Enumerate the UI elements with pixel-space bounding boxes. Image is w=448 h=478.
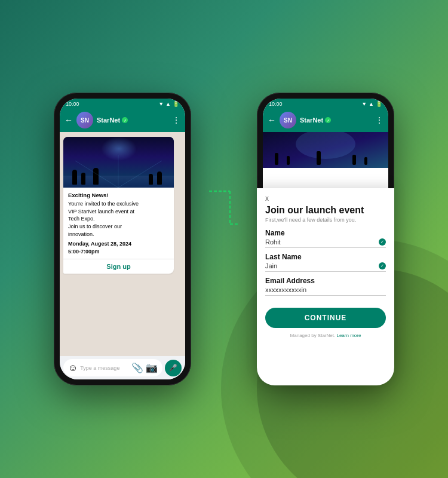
contact-name-left: StarNet ✓ <box>97 117 168 124</box>
lastname-label: Last Name <box>265 253 386 261</box>
connector-svg <box>209 179 239 227</box>
avatar-left: SN <box>76 112 93 128</box>
svg-rect-10 <box>317 151 321 165</box>
scene-bg <box>63 137 174 188</box>
phones-container: 10:00 ▼ ▲ 🔋 ← SN StarNet ✓ ⋮ <box>54 93 394 385</box>
svg-line-1 <box>118 161 162 188</box>
lastname-input-row: Jain ✓ <box>265 262 386 272</box>
name-value[interactable]: Rohit <box>265 238 379 246</box>
chat-area-left: Exciting News! You're invited to the exc… <box>60 132 185 356</box>
wa-input-area[interactable]: ☺ Type a message 📎 📷 <box>63 359 162 376</box>
attach-icon: 📎 <box>131 362 143 373</box>
bubble-date: Monday, Augest 28, 2024 5:00-7:00pm <box>68 240 169 255</box>
back-button-left[interactable]: ← <box>65 115 73 125</box>
email-value[interactable]: xxxxxxxxxxxin <box>265 286 386 293</box>
sign-up-button[interactable]: Sign up <box>63 259 174 274</box>
form-overlay: x Join our launch event First,we'll need… <box>263 188 388 379</box>
wa-header-left: ← SN StarNet ✓ ⋮ <box>60 108 185 132</box>
battery-icon-r: 🔋 <box>376 101 382 107</box>
bubble-text: Exciting News! You're invited to the exc… <box>63 188 174 259</box>
verified-badge-left: ✓ <box>122 117 128 123</box>
form-title: Join our launch event <box>265 205 386 216</box>
svg-line-0 <box>75 161 118 188</box>
contact-name-right: StarNet ✓ <box>300 117 372 124</box>
form-footer: Managed by StarNet. Learn more <box>265 333 386 338</box>
partial-scene <box>263 132 388 168</box>
status-bar-right: 10:00 ▼ ▲ 🔋 <box>263 99 388 108</box>
form-field-name: Name Rohit ✓ <box>265 229 386 248</box>
wa-header-right: ← SN StarNet ✓ ⋮ <box>263 108 388 132</box>
form-close-button[interactable]: x <box>265 194 386 203</box>
bubble-body: You're invited to the exclusive VIP Star… <box>68 200 169 238</box>
camera-icon: 📷 <box>146 362 158 373</box>
battery-icon: 🔋 <box>173 101 179 107</box>
continue-button[interactable]: CONTINUE <box>265 308 386 328</box>
partial-image-right <box>263 132 388 168</box>
svg-rect-11 <box>352 155 356 165</box>
svg-rect-12 <box>364 157 367 165</box>
menu-icon-left[interactable]: ⋮ <box>172 115 180 125</box>
signal-icon: ▲ <box>165 101 171 107</box>
verified-badge-right: ✓ <box>325 117 331 123</box>
phone-left-screen: 10:00 ▼ ▲ 🔋 ← SN StarNet ✓ ⋮ <box>60 99 185 379</box>
form-subtitle: First,we'll need a few details from you. <box>265 217 386 223</box>
signal-icon-r: ▲ <box>369 101 374 107</box>
name-input-row: Rohit ✓ <box>265 238 386 248</box>
name-label: Name <box>265 229 386 237</box>
lastname-check-icon: ✓ <box>379 262 386 269</box>
mic-button[interactable]: 🎤 <box>165 360 182 376</box>
email-label: Email Address <box>265 277 386 285</box>
partial-scene-lines <box>263 132 388 168</box>
bubble-image <box>63 137 174 188</box>
form-field-lastname: Last Name Jain ✓ <box>265 253 386 272</box>
avatar-right: SN <box>280 112 296 128</box>
phone-right-screen: 10:00 ▼ ▲ 🔋 ← SN StarNet ✓ ⋮ <box>263 99 388 379</box>
message-bubble: Exciting News! You're invited to the exc… <box>63 137 174 274</box>
form-field-email: Email Address xxxxxxxxxxxin <box>265 277 386 296</box>
back-button-right[interactable]: ← <box>268 115 276 125</box>
wifi-icon-r: ▼ <box>361 101 367 107</box>
time-left: 10:00 <box>66 101 79 107</box>
wifi-icon: ▼ <box>158 101 164 107</box>
footer-text: Managed by StarNet. <box>290 333 336 338</box>
emoji-icon: ☺ <box>68 363 78 373</box>
phone-right: 10:00 ▼ ▲ 🔋 ← SN StarNet ✓ ⋮ <box>257 93 394 385</box>
menu-icon-right[interactable]: ⋮ <box>375 115 383 125</box>
svg-rect-8 <box>275 153 278 165</box>
status-icons-right: ▼ ▲ 🔋 <box>361 101 382 107</box>
name-check-icon: ✓ <box>379 238 386 246</box>
svg-rect-9 <box>287 156 290 165</box>
wa-input-placeholder[interactable]: Type a message <box>80 365 129 371</box>
bubble-title: Exciting News! <box>68 191 169 199</box>
email-input-row: xxxxxxxxxxxin <box>265 286 386 296</box>
phone-left: 10:00 ▼ ▲ 🔋 ← SN StarNet ✓ ⋮ <box>54 93 191 385</box>
lastname-value[interactable]: Jain <box>265 262 379 269</box>
status-icons-left: ▼ ▲ 🔋 <box>158 101 179 107</box>
connector-wrapper <box>209 179 239 299</box>
footer-link[interactable]: Learn more <box>336 333 361 338</box>
wa-bottom-bar: ☺ Type a message 📎 📷 🎤 <box>60 356 185 379</box>
time-right: 10:00 <box>269 101 283 107</box>
status-bar-left: 10:00 ▼ ▲ 🔋 <box>60 99 185 108</box>
scene-lines <box>63 137 174 188</box>
